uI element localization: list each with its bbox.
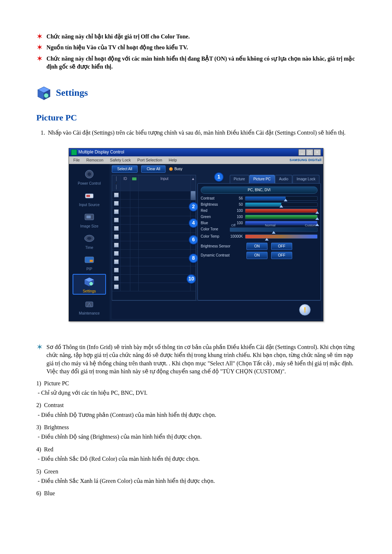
table-row[interactable] — [112, 200, 196, 208]
checkbox-icon[interactable] — [114, 209, 119, 214]
dynamic-contrast-off-button[interactable]: OFF — [271, 252, 292, 259]
checkbox-icon[interactable] — [114, 251, 119, 256]
color-temp-row: Color Temp 10000K — [201, 234, 318, 239]
slider-label: Contrast — [201, 196, 230, 201]
brand-label: SAMSUNG DIGITall — [290, 158, 322, 163]
tone-opt-custom: Custom — [305, 223, 316, 228]
color-temp-value: 10000K — [230, 234, 245, 239]
list-item: 4) Red- Điều chỉnh Sắc Đỏ (Red Color) củ… — [36, 446, 356, 463]
maximize-button[interactable]: □ — [306, 149, 313, 156]
sidebar-item-maintenance[interactable]: Maintenance — [73, 297, 105, 316]
svg-rect-13 — [90, 260, 93, 262]
menu-port-selection[interactable]: Port Selection — [134, 157, 165, 163]
tab-audio[interactable]: Audio — [275, 175, 293, 183]
time-icon — [82, 232, 97, 245]
mode-banner: PC, BNC, DVI — [201, 186, 318, 194]
slider-row-brightness: Brightness50 — [201, 202, 318, 207]
menu-help[interactable]: Help — [166, 157, 180, 163]
color-temp-slider[interactable] — [245, 234, 318, 239]
table-row[interactable] — [112, 225, 196, 233]
select-all-button[interactable]: Select All — [112, 165, 138, 173]
svg-rect-7 — [86, 195, 90, 197]
sidebar-item-settings[interactable]: Settings — [73, 274, 106, 295]
color-temp-label: Color Temp — [201, 234, 230, 239]
checkbox-icon[interactable] — [114, 218, 119, 222]
table-row[interactable] — [112, 241, 196, 250]
checkbox-icon[interactable] — [114, 284, 119, 289]
info-grid: ID Input ▲ — [112, 175, 196, 300]
tab-picture-pc[interactable]: Picture PC — [249, 175, 275, 183]
input-source-icon — [82, 189, 97, 202]
busy-dot-icon — [169, 167, 173, 171]
sidebar-item-label: Image Size — [73, 224, 105, 229]
table-row[interactable] — [112, 258, 196, 266]
checkbox-icon[interactable] — [114, 259, 119, 264]
table-row[interactable] — [112, 191, 196, 200]
checkbox-icon[interactable] — [114, 201, 119, 206]
slider-thumb-icon — [315, 217, 319, 220]
tab-image-lock[interactable]: Image Lock — [293, 175, 319, 183]
maintenance-icon — [82, 297, 97, 311]
slider-track[interactable] — [245, 215, 318, 219]
slider-track[interactable] — [245, 209, 318, 213]
tone-opt-off: Off — [231, 223, 236, 228]
sidebar-item-label: Maintenance — [73, 311, 105, 316]
sidebar: Power Control Input Source Image Size Ti… — [69, 164, 110, 321]
close-button[interactable]: × — [314, 149, 321, 156]
clear-all-button[interactable]: Clear All — [141, 165, 166, 173]
menu-safety-lock[interactable]: Safety Lock — [107, 157, 134, 163]
list-item: 5) Green- Điều chỉnh Sắc Xanh lá (Green … — [36, 468, 356, 485]
brightness-sensor-off-button[interactable]: OFF — [271, 243, 292, 250]
slider-track[interactable] — [245, 196, 318, 201]
dynamic-contrast-row: Dynamic Contrast ON OFF — [201, 252, 318, 259]
brightness-sensor-row: Brightness Sensor ON OFF — [201, 243, 318, 250]
checkbox-icon[interactable] — [114, 276, 119, 281]
grid-scroll-up[interactable]: ▲ — [191, 175, 196, 191]
sidebar-item-time[interactable]: Time — [73, 231, 105, 250]
brightness-sensor-on-button[interactable]: ON — [246, 243, 268, 250]
star-icon: ✶ — [36, 44, 43, 52]
sidebar-item-image-size[interactable]: Image Size — [73, 210, 105, 229]
checkbox-icon[interactable] — [114, 268, 119, 272]
info-grid-note-row: ✶ Sơ đồ Thông tin (Info Grid) sẽ trình b… — [36, 343, 356, 376]
power-icon — [82, 168, 97, 181]
slider-label: Blue — [201, 221, 230, 226]
app-icon — [71, 149, 77, 155]
table-row[interactable] — [112, 216, 196, 225]
table-row[interactable] — [112, 208, 196, 216]
table-row[interactable] — [112, 233, 196, 241]
tone-opt-normal: Normal — [265, 223, 275, 228]
dynamic-contrast-on-button[interactable]: ON — [246, 252, 268, 259]
busy-indicator: Busy — [169, 167, 182, 172]
slider-track[interactable] — [245, 202, 318, 207]
table-row[interactable] — [112, 283, 196, 291]
menu-file[interactable]: File — [70, 157, 83, 163]
table-row[interactable] — [112, 266, 196, 275]
checkbox-icon[interactable] — [114, 193, 119, 197]
scrollbar-thumb[interactable] — [191, 191, 196, 200]
intro-notes: ✶ Chức năng này chỉ bật khi đặt giá trị … — [36, 33, 356, 71]
slider-value: 100 — [230, 214, 245, 219]
tab-picture[interactable]: Picture — [230, 175, 249, 183]
menubar: File Remocon Safety Lock Port Selection … — [69, 156, 323, 164]
settings-cube-icon — [36, 86, 52, 101]
checkbox-icon[interactable] — [114, 243, 119, 247]
table-row[interactable] — [112, 275, 196, 283]
sidebar-item-input-source[interactable]: Input Source — [73, 188, 105, 208]
checkbox-icon[interactable] — [114, 234, 119, 239]
sidebar-item-label: Power Control — [73, 181, 105, 186]
tabs: Picture Picture PC Audio Image Lock — [197, 175, 321, 183]
sidebar-item-power-control[interactable]: Power Control — [73, 167, 105, 186]
app-footer: ! — [112, 300, 321, 319]
menu-remocon[interactable]: Remocon — [83, 157, 106, 163]
info-icon[interactable]: ! — [299, 304, 311, 316]
checkbox-icon[interactable] — [114, 226, 119, 231]
callout-10: 10 — [187, 274, 196, 284]
slider-row-contrast: Contrast56 — [201, 196, 318, 201]
grid-header-check[interactable] — [112, 175, 121, 191]
minimize-button[interactable]: _ — [298, 149, 306, 156]
color-tone-slider[interactable] — [230, 227, 318, 232]
sidebar-item-label: Input Source — [73, 202, 105, 208]
table-row[interactable] — [112, 250, 196, 258]
sidebar-item-pip[interactable]: PIP — [73, 253, 105, 272]
